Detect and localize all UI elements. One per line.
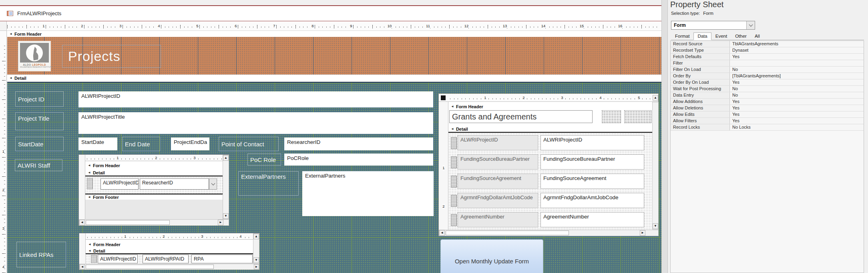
grants-record-selector[interactable]	[451, 214, 457, 226]
staff-vscrollbar[interactable]	[223, 155, 229, 219]
property-value[interactable]: Yes	[730, 111, 864, 117]
property-row[interactable]: Allow Filters Yes	[671, 118, 864, 124]
property-tab[interactable]: Format	[671, 32, 693, 40]
scroll-up-icon[interactable]: ▲	[653, 95, 658, 101]
staff-subform-selector-column[interactable]	[79, 155, 85, 219]
poc-role-textbox[interactable]: PoCRole	[284, 154, 433, 166]
scroll-down-icon[interactable]: ▼	[253, 257, 259, 263]
open-monthly-update-button[interactable]: Open Monthly Update Form	[440, 239, 543, 273]
property-tab[interactable]: All	[751, 32, 764, 40]
detail-section-bar[interactable]: ◄ Detail	[7, 75, 661, 82]
grants-header-dotted-box[interactable]	[602, 110, 621, 123]
property-row[interactable]: Wait for Post Processing No	[671, 86, 864, 92]
grants-field-label[interactable]: AgreementNumber	[458, 212, 538, 227]
grants-field-textbox[interactable]: FundingSourceBureauPartner	[540, 154, 644, 170]
external-partners-label[interactable]: ExternalPartners	[238, 171, 299, 196]
property-row[interactable]: Data Entry No	[671, 92, 864, 99]
grants-title-control[interactable]: Grants and Agreements	[449, 110, 593, 123]
project-title-textbox[interactable]: ALWRIProjectTitle	[78, 112, 433, 134]
scroll-down-icon[interactable]: ▼	[653, 223, 658, 229]
scroll-right-icon[interactable]: ►	[218, 220, 223, 225]
grants-field-textbox[interactable]: FundingSourceAgreement	[540, 174, 644, 189]
grants-field-label[interactable]: ALWRIProjectID	[458, 135, 538, 150]
property-value[interactable]: Yes	[730, 54, 864, 60]
rpa-hscroll-thumb[interactable]	[86, 265, 214, 269]
property-row[interactable]: Recordset Type Dynaset	[671, 47, 864, 54]
grants-record-selector[interactable]	[451, 176, 457, 188]
project-id-label[interactable]: Project ID	[15, 91, 64, 107]
alwri-staff-label[interactable]: ALWRI Staff	[15, 159, 62, 171]
staff-detail-bar[interactable]: ◄ Detail	[85, 170, 223, 176]
property-row[interactable]: Filter	[671, 60, 864, 67]
project-title-label[interactable]: Project Title	[15, 112, 64, 130]
property-tab[interactable]: Data	[693, 32, 711, 40]
rpa-projrpaid-textbox[interactable]: ALWRIProjRPAID	[143, 255, 189, 263]
grants-detail-bar[interactable]: ◄ Detail	[448, 126, 653, 133]
property-value[interactable]: No Locks	[730, 124, 864, 130]
linked-rpas-label[interactable]: Linked RPAs	[16, 242, 66, 267]
scroll-left-icon[interactable]: ◄	[79, 220, 85, 225]
property-value[interactable]: TblAGrantsAgreements	[730, 41, 864, 47]
property-value[interactable]: Dynaset	[730, 47, 864, 53]
property-value[interactable]: [TblAGrantsAgreements]	[730, 73, 864, 79]
scroll-left-icon[interactable]: ◄	[80, 264, 85, 269]
staff-combo-dropdown-button[interactable]	[209, 178, 217, 190]
point-of-contact-label[interactable]: Point of Contact	[219, 137, 279, 151]
object-selector-combobox[interactable]: Form	[671, 21, 755, 30]
staff-hscroll-thumb[interactable]	[86, 220, 170, 225]
rpa-subform[interactable]: 1234 ◄ Form Header ◄ Detail ALWRIProject…	[79, 233, 259, 270]
end-date-label[interactable]: End Date	[122, 137, 160, 151]
staff-record-selector[interactable]	[87, 178, 93, 189]
property-row[interactable]: Record Source TblAGrantsAgreements	[671, 41, 864, 47]
property-row[interactable]: Allow Edits Yes	[671, 111, 864, 118]
grants-field-textbox[interactable]: AgrmntFndgDollarAmtJobCode	[540, 193, 644, 208]
property-row[interactable]: Order By [TblAGrantsAgreements]	[671, 73, 864, 79]
start-date-textbox[interactable]: StartDate	[78, 138, 117, 150]
scroll-up-icon[interactable]: ▲	[223, 155, 229, 161]
staff-projectid-textbox[interactable]: ALWRIProjectID	[100, 178, 139, 190]
property-value[interactable]: No	[730, 67, 864, 73]
scroll-left-icon[interactable]: ◄	[439, 230, 445, 236]
rpa-rpa-textbox[interactable]: RPA	[191, 255, 253, 263]
property-value[interactable]: Yes	[730, 99, 864, 105]
staff-subform[interactable]: 123 ◄ Form Header ◄ Detail ALWRIProjectI…	[78, 154, 229, 226]
point-of-contact-textbox[interactable]: ResearcherID	[284, 138, 433, 150]
project-id-textbox[interactable]: ALWRIProjectID	[78, 91, 433, 107]
property-value[interactable]: Yes	[730, 79, 864, 85]
staff-form-footer-bar[interactable]: ◄ Form Footer	[85, 194, 223, 200]
grants-subform[interactable]: 12345 12 ◄ Form Header Grants and Agreem…	[438, 93, 659, 236]
property-row[interactable]: Filter On Load No	[671, 67, 864, 73]
scroll-down-icon[interactable]: ▼	[223, 213, 229, 219]
combo-dropdown-button[interactable]	[746, 21, 755, 29]
property-value[interactable]	[730, 60, 864, 66]
property-row[interactable]: Record Locks No Locks	[671, 124, 864, 131]
rpa-record-selector[interactable]	[91, 255, 97, 263]
property-value[interactable]: Yes	[730, 105, 864, 111]
grants-field-label[interactable]: FundingSourceAgreement	[458, 174, 538, 189]
aldo-leopold-logo[interactable]: ALDO LEOPOLD WILDERNESS RESEARCH INSTITU…	[18, 41, 51, 71]
panel-divider-scrollbar[interactable]	[661, 0, 668, 273]
rpa-projectid-textbox[interactable]: ALWRIProjectID	[98, 255, 138, 263]
rpa-subform-selector-column[interactable]	[79, 233, 86, 264]
rpa-detail-bar[interactable]: ◄ Detail	[86, 248, 253, 254]
document-tab[interactable]: FrmALWRIProjects	[0, 6, 661, 21]
scroll-up-icon[interactable]: ▲	[253, 234, 259, 239]
scroll-right-icon[interactable]: ►	[640, 230, 645, 236]
property-tab[interactable]: Event	[711, 32, 731, 40]
grants-record-selector[interactable]	[451, 137, 457, 149]
staff-form-header-bar[interactable]: ◄ Form Header	[85, 162, 223, 168]
property-row[interactable]: Allow Additions Yes	[671, 99, 864, 105]
property-value[interactable]: No	[730, 92, 864, 98]
property-row[interactable]: Fetch Defaults Yes	[671, 54, 864, 60]
grants-record-selector[interactable]	[451, 156, 457, 168]
grants-field-textbox[interactable]: AgreementNumber	[540, 212, 644, 227]
property-value[interactable]: No	[730, 86, 864, 92]
grants-field-label[interactable]: FundingSourceBureauPartner	[458, 154, 538, 170]
scroll-right-icon[interactable]: ►	[254, 264, 259, 269]
grants-field-textbox[interactable]: ALWRIProjectID	[540, 135, 644, 150]
end-date-textbox[interactable]: ProjectEndDa	[171, 138, 209, 150]
external-partners-textbox[interactable]: ExternalPartners	[302, 171, 434, 216]
grants-form-header-bar[interactable]: ◄ Form Header	[448, 104, 653, 109]
poc-role-label[interactable]: PoC Role	[247, 154, 281, 166]
form-title-control[interactable]: Projects	[62, 45, 161, 68]
